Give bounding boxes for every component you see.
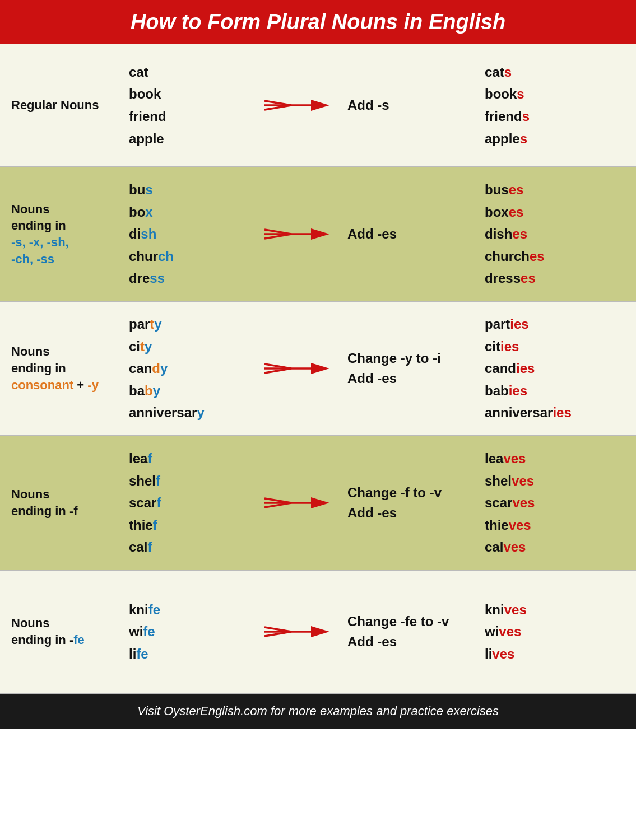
examples-regular: catbookfriendapple [123, 50, 252, 161]
arrow-endingfe [252, 622, 342, 642]
page-title: How to Form Plural Nouns in English [0, 0, 636, 44]
rule-regular: Regular Nouns [0, 86, 123, 125]
rule-endingfe: Nounsending in -fe [0, 604, 123, 659]
plurals-sxshchss: buses boxes dishes churches dresses [479, 167, 636, 301]
arrow-sxshchss [252, 224, 342, 244]
plurals-endinginf: leaves shelves scarves thieves calves [479, 436, 636, 570]
row-endingfe: Nounsending in -fe knife wife life Chang… [0, 571, 636, 694]
footer-text: Visit OysterEnglish.com for more example… [0, 694, 636, 729]
examples-endinginf: leaf shelf scarf thief calf [123, 436, 252, 570]
arrow-endinginf [252, 493, 342, 513]
svg-marker-19 [311, 626, 329, 637]
rule-text-consonanty: Change -y to -iAdd -es [342, 337, 479, 400]
plurals-endingfe: knives wives lives [479, 587, 636, 676]
arrow-consonanty [252, 358, 342, 379]
plurals-regular: cats books friends apples [479, 50, 636, 161]
row-endinginf: Nounsending in -f leaf shelf scarf thief… [0, 436, 636, 571]
page-wrapper: How to Form Plural Nouns in English Regu… [0, 0, 636, 729]
table-container: Regular Nouns catbookfriendapple Add -s … [0, 44, 636, 694]
examples-endingfe: knife wife life [123, 587, 252, 676]
svg-marker-7 [311, 228, 329, 240]
row-sxshchss: Nounsending in-s, -x, -sh,-ch, -ss bus b… [0, 167, 636, 302]
svg-marker-3 [311, 100, 329, 111]
rule-endinginf: Nounsending in -f [0, 475, 123, 530]
plurals-consonanty: parties cities candies babies anniversar… [479, 302, 636, 435]
examples-sxshchss: bus box dish church dress [123, 167, 252, 301]
rule-text-sxshchss: Add -es [342, 213, 479, 255]
examples-consonanty: party city candy baby anniversary [123, 302, 252, 435]
rule-text-regular: Add -s [342, 84, 479, 127]
rule-sxshchss: Nounsending in-s, -x, -sh,-ch, -ss [0, 190, 123, 279]
row-regular: Regular Nouns catbookfriendapple Add -s … [0, 44, 636, 167]
row-consonanty: Nounsending inconsonant + -y party city … [0, 302, 636, 436]
svg-marker-15 [311, 497, 329, 508]
rule-text-endinginf: Change -f to -vAdd -es [342, 472, 479, 534]
rule-consonanty: Nounsending inconsonant + -y [0, 332, 123, 404]
arrow-regular [252, 95, 342, 115]
svg-marker-11 [311, 363, 329, 374]
rule-text-endingfe: Change -fe to -vAdd -es [342, 600, 479, 663]
